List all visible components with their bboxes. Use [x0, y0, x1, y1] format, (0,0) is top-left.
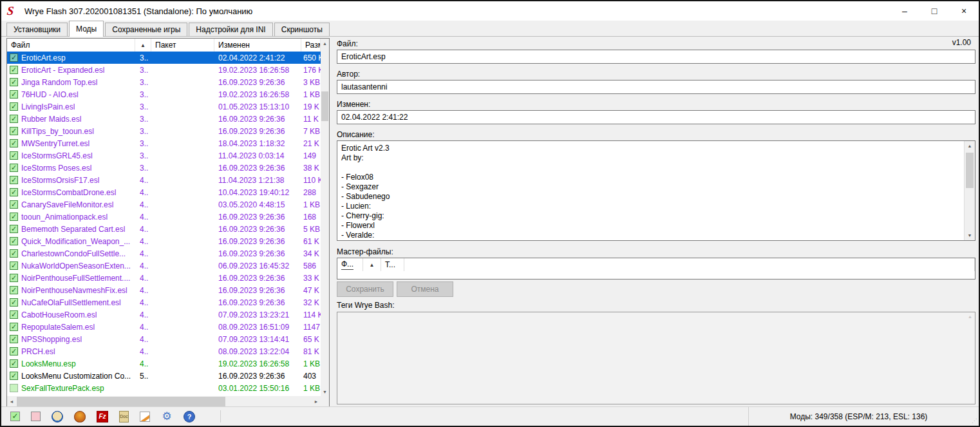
- mod-row[interactable]: ✓NukaWorldOpenSeasonExten...4..06.09.202…: [7, 260, 321, 272]
- sort-arrow-icon[interactable]: ▲: [135, 39, 151, 52]
- maximize-button[interactable]: □: [919, 1, 949, 21]
- mod-row[interactable]: ✓MWSentryTurret.esl3..18.04.2023 1:18:32…: [7, 137, 321, 149]
- modified-field[interactable]: 02.04.2022 2:41:22: [337, 110, 975, 124]
- column-header-modified[interactable]: Изменен: [214, 39, 301, 52]
- scroll-down-icon[interactable]: ▼: [965, 231, 975, 240]
- mod-checkbox[interactable]: ✓: [10, 298, 18, 307]
- column-header-package[interactable]: Пакет: [151, 39, 214, 52]
- scroll-right-icon[interactable]: ►: [312, 396, 321, 407]
- mod-row[interactable]: ✓tooun_Animationpack.esl4..16.09.2023 9:…: [7, 211, 321, 223]
- creature-tool-icon[interactable]: [74, 411, 86, 422]
- mod-row[interactable]: ✓Rubber Maids.esl3..16.09.2023 9:26:3611…: [7, 113, 321, 125]
- tab-screenshots[interactable]: Скриншоты: [274, 23, 330, 36]
- column-header-file[interactable]: Файл: [7, 39, 135, 52]
- description-scrollbar[interactable]: ▲ ▼: [964, 141, 975, 240]
- horizontal-scroll-thumb[interactable]: [17, 397, 225, 406]
- mod-checkbox[interactable]: ✓: [10, 323, 18, 331]
- mod-checkbox[interactable]: [10, 384, 18, 392]
- description-scroll-thumb[interactable]: [966, 153, 974, 188]
- mod-row[interactable]: ✓CanarySaveFileMonitor.esl4..03.05.2020 …: [7, 198, 321, 211]
- mod-row[interactable]: ✓EroticArt.esp3..02.04.2022 2:41:22650 K: [7, 52, 321, 64]
- scroll-down-icon[interactable]: ▼: [321, 387, 329, 396]
- mod-row[interactable]: ✓CabotHouseRoom.esl4..07.09.2023 13:23:2…: [7, 308, 321, 321]
- mod-checkbox[interactable]: ✓: [10, 176, 18, 184]
- mod-checkbox[interactable]: ✓: [10, 139, 18, 147]
- help-icon[interactable]: ?: [184, 411, 195, 422]
- scroll-left-icon[interactable]: ◄: [7, 396, 16, 407]
- mod-row[interactable]: ✓CharlestownCondoFullSettle...4..16.09.2…: [7, 247, 321, 260]
- mod-checkbox[interactable]: ✓: [10, 335, 18, 343]
- mod-row[interactable]: ✓NoirPenthouseNavmeshFix.esl4..16.09.202…: [7, 284, 321, 296]
- mod-checkbox[interactable]: ✓: [10, 102, 18, 111]
- edit-notes-icon[interactable]: [140, 412, 150, 422]
- tab-saves[interactable]: Сохраненные игры: [105, 23, 187, 36]
- author-field[interactable]: lautasantenni: [337, 80, 975, 94]
- mod-row[interactable]: ✓LooksMenu.esp4..19.02.2023 16:26:581 KB: [7, 357, 321, 370]
- mod-row[interactable]: ✓NoirPenthouseFullSettlement....4..16.09…: [7, 272, 321, 284]
- mod-row[interactable]: ✓IceStormsGRL45.esl3..11.04.2023 0:03:14…: [7, 149, 321, 162]
- mod-checkbox[interactable]: ✓: [10, 237, 18, 245]
- mod-checkbox[interactable]: ✓: [10, 310, 18, 319]
- mod-row[interactable]: ✓Quick_Modification_Weapon_...4..16.09.2…: [7, 235, 321, 247]
- mod-checkbox[interactable]: ✓: [10, 151, 18, 160]
- close-button[interactable]: ×: [949, 1, 979, 21]
- masters-sort-arrow-icon[interactable]: ▲: [363, 258, 381, 271]
- mod-checkbox[interactable]: ✓: [10, 66, 18, 74]
- scroll-up-icon[interactable]: ▲: [321, 39, 329, 48]
- mod-row[interactable]: ✓76HUD - AIO.esl3..19.02.2023 16:26:581 …: [7, 88, 321, 100]
- mod-checkbox[interactable]: ✓: [10, 359, 18, 368]
- mod-row[interactable]: ✓IceStormsOrsisF17.esl4..11.04.2023 1:21…: [7, 174, 321, 186]
- checkbox-pink-icon[interactable]: [31, 412, 41, 421]
- save-button[interactable]: Сохранить: [337, 281, 393, 297]
- scroll-up-icon[interactable]: ▲: [965, 141, 975, 151]
- mod-checkbox[interactable]: ✓: [10, 90, 18, 99]
- mod-checkbox[interactable]: ✓: [10, 249, 18, 258]
- column-header-size[interactable]: Разм: [301, 39, 321, 52]
- mod-list-vertical-scrollbar[interactable]: ▲ ▼: [321, 39, 329, 396]
- mod-checkbox[interactable]: ✓: [10, 188, 18, 196]
- masters-column-type[interactable]: Т...: [381, 258, 404, 271]
- resize-grip[interactable]: ⋰: [972, 419, 977, 424]
- mod-row[interactable]: ✓EroticArt - Expanded.esl3..19.02.2023 1…: [7, 64, 321, 76]
- description-field[interactable]: Erotic Art v2.3 Art by: - Felox08 - Sexg…: [337, 140, 975, 241]
- mod-checkbox[interactable]: ✓: [10, 115, 18, 123]
- minimize-button[interactable]: –: [890, 1, 919, 21]
- mod-row[interactable]: ✓KillTips_by_tooun.esl3..16.09.2023 9:26…: [7, 125, 321, 137]
- mod-row[interactable]: ✓LivingIsPain.esl3..01.05.2023 15:13:101…: [7, 100, 321, 113]
- mod-row[interactable]: ✓NPSShopping.esl4..07.09.2023 13:14:4165…: [7, 333, 321, 345]
- mod-checkbox[interactable]: ✓: [10, 274, 18, 282]
- doc-browser-icon[interactable]: Doc: [119, 411, 129, 422]
- mod-checkbox[interactable]: ✓: [10, 225, 18, 233]
- mod-row[interactable]: ✓RepopulateSalem.esl4..08.09.2023 16:51:…: [7, 321, 321, 333]
- mod-row[interactable]: ✓IceStorms Poses.esl3..16.09.2023 9:26:3…: [7, 162, 321, 174]
- settings-gear-icon[interactable]: ⚙: [161, 411, 173, 422]
- mod-row[interactable]: SexFallTexturePack.esp03.01.2022 15:50:1…: [7, 382, 321, 394]
- file-field[interactable]: EroticArt.esp: [337, 50, 975, 64]
- vertical-scroll-thumb[interactable]: [321, 91, 328, 121]
- mod-checkbox[interactable]: ✓: [10, 164, 18, 172]
- mod-checkbox[interactable]: ✓: [10, 53, 18, 62]
- tab-mods[interactable]: Моды: [69, 21, 104, 37]
- mod-row[interactable]: ✓IceStormsCombatDrone.esl4..10.04.2023 1…: [7, 186, 321, 198]
- mod-row[interactable]: ✓LooksMenu Customization Co...5..16.09.2…: [7, 370, 321, 382]
- checkbox-green-icon[interactable]: ✓: [10, 412, 20, 421]
- mod-row[interactable]: ✓Bememoth Separated Cart.esl4..16.09.202…: [7, 223, 321, 235]
- mod-row[interactable]: ✓NuCafeOlaFullSettlement.esl4..16.09.202…: [7, 296, 321, 308]
- mod-list-horizontal-scrollbar[interactable]: ◄ ►: [7, 396, 321, 407]
- mod-checkbox[interactable]: ✓: [10, 347, 18, 356]
- mod-checkbox[interactable]: ✓: [10, 78, 18, 86]
- mod-checkbox[interactable]: ✓: [10, 213, 18, 221]
- tab-ini-tweaks[interactable]: Надстройки для INI: [189, 23, 272, 36]
- masters-column-file[interactable]: Ф...: [337, 258, 363, 271]
- bash-tags-field[interactable]: ▲: [337, 312, 975, 404]
- mod-checkbox[interactable]: ✓: [10, 372, 18, 380]
- tab-installers[interactable]: Установщики: [6, 23, 68, 36]
- mod-checkbox[interactable]: ✓: [10, 200, 18, 209]
- mod-checkbox[interactable]: ✓: [10, 127, 18, 135]
- mod-checkbox[interactable]: ✓: [10, 261, 18, 270]
- mod-checkbox[interactable]: ✓: [10, 286, 18, 294]
- mod-row[interactable]: ✓Jinga Random Top.esl3..16.09.2023 9:26:…: [7, 76, 321, 88]
- filezilla-icon[interactable]: Fz: [97, 411, 108, 422]
- cancel-button[interactable]: Отмена: [397, 281, 453, 297]
- fallout-launcher-icon[interactable]: [52, 411, 63, 422]
